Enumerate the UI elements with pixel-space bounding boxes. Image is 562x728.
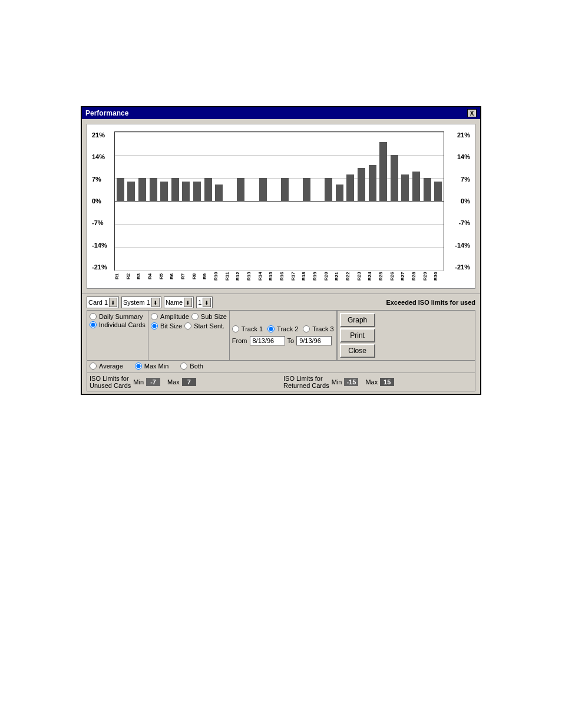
max-min-label: Max Min [144, 363, 169, 370]
sub-size-label: Sub Size [201, 313, 227, 320]
x-label-16: R17 [290, 271, 302, 282]
track2-radio[interactable] [267, 325, 275, 332]
system-select[interactable]: System 1 ⬇ [121, 297, 161, 308]
bar-8 [204, 178, 212, 201]
x-label-18: R19 [312, 271, 323, 282]
x-label-11: R12 [235, 271, 246, 282]
bar-24 [379, 142, 387, 201]
bar-28 [424, 178, 431, 201]
print-button[interactable]: Print [340, 328, 375, 342]
y-label-left-3: 0% [92, 197, 113, 205]
x-label-20: R21 [334, 271, 345, 282]
grid-line--7 [115, 224, 444, 225]
graph-button[interactable]: Graph [340, 313, 375, 327]
track2-option: Track 2 [267, 325, 298, 332]
name-select[interactable]: Name ⬇ [164, 297, 194, 308]
x-label-15: R16 [279, 271, 290, 282]
iso-unused-group: ISO Limits forUnused Cards Min -7 Max 7 [90, 375, 279, 389]
daily-summary-label: Daily Summary [99, 313, 143, 320]
bar-20 [336, 185, 343, 201]
x-label-19: R20 [323, 271, 335, 282]
chart-plot [114, 131, 444, 271]
bar-7 [193, 182, 201, 201]
track2-label: Track 2 [277, 325, 298, 332]
to-date-input[interactable] [296, 336, 332, 345]
x-label-24: R25 [378, 271, 389, 282]
tracks-group: Track 1 Track 2 Track 3 From To [230, 311, 337, 360]
card-select[interactable]: Card 1 ⬇ [87, 297, 119, 308]
iso-unused-max-label: Max [167, 378, 180, 386]
measure-radio-group: Amplitude Sub Size Bit Size Start Sent. [148, 311, 230, 360]
max-min-radio[interactable] [135, 363, 142, 370]
amplitude-radio[interactable] [151, 313, 158, 320]
y-label-right-2: 7% [447, 176, 470, 183]
chart-inner: 21% 14% 7% 0% -7% -14% -21% 21% 14% 7% 0… [92, 129, 470, 284]
daily-summary-row: Daily Summary [90, 313, 146, 320]
average-radio[interactable] [90, 363, 97, 370]
start-sent-radio[interactable] [184, 322, 191, 330]
close-title-btn[interactable]: X [467, 109, 477, 117]
both-option: Both [180, 363, 203, 370]
bar-1 [127, 182, 135, 201]
bar-11 [237, 178, 244, 201]
sub-size-radio[interactable] [191, 313, 199, 320]
track3-radio[interactable] [303, 325, 310, 332]
bar-21 [346, 174, 354, 201]
bar-27 [412, 172, 420, 201]
max-min-option: Max Min [135, 363, 169, 370]
x-label-5: R6 [169, 271, 180, 282]
exceeded-label: Exceeded ISO limits for used [386, 299, 475, 306]
x-label-4: R5 [158, 271, 170, 282]
side-buttons: Graph Print Close [337, 311, 378, 360]
x-label-7: R8 [191, 271, 203, 282]
x-label-9: R10 [213, 271, 224, 282]
from-label: From [232, 337, 247, 344]
title-bar: Performance X [82, 107, 480, 119]
x-label-1: R2 [125, 271, 137, 282]
page-select[interactable]: 1 ⬇ [196, 297, 213, 308]
iso-returned-min-val: -15 [344, 378, 358, 386]
individual-cards-radio[interactable] [90, 321, 97, 328]
bar-23 [369, 165, 376, 201]
bar-29 [434, 182, 442, 201]
x-label-10: R11 [224, 271, 236, 282]
card-dropdown-arrow[interactable]: ⬇ [109, 298, 117, 307]
system-value: System 1 [123, 299, 150, 306]
bar-4 [160, 182, 168, 201]
track3-label: Track 3 [312, 325, 333, 332]
bar-2 [138, 178, 146, 201]
amplitude-row: Amplitude Sub Size [151, 313, 227, 321]
from-date-input[interactable] [250, 336, 285, 345]
iso-limits-row: ISO Limits forUnused Cards Min -7 Max 7 … [87, 373, 475, 391]
bar-5 [171, 178, 179, 201]
y-label-left-2: 7% [92, 176, 113, 183]
performance-dialog: Performance X 21% 14% 7% 0% -7% -14% -21… [81, 106, 481, 395]
both-radio[interactable] [180, 363, 187, 370]
main-control-row: Daily Summary Individual Cards Amplitude [87, 310, 475, 361]
bar-17 [303, 178, 310, 201]
grid-line-0 [115, 201, 444, 202]
x-label-8: R9 [202, 271, 213, 282]
name-dropdown-arrow[interactable]: ⬇ [184, 298, 192, 307]
track1-radio[interactable] [232, 325, 239, 332]
page-dropdown-arrow[interactable]: ⬇ [203, 298, 211, 307]
x-label-14: R15 [268, 271, 279, 282]
bar-25 [391, 155, 398, 201]
daily-summary-radio[interactable] [90, 313, 97, 320]
bitsize-row: Bit Size Start Sent. [151, 322, 227, 331]
x-label-23: R24 [367, 271, 378, 282]
y-label-left-1: 14% [92, 153, 113, 160]
sub-size-option: Sub Size [191, 313, 227, 320]
y-label-right-4: -7% [447, 219, 470, 226]
y-label-right-3: 0% [447, 197, 470, 205]
close-button[interactable]: Close [340, 344, 375, 358]
individual-cards-label: Individual Cards [99, 321, 146, 328]
bit-size-label: Bit Size [160, 322, 182, 330]
bar-9 [215, 185, 223, 201]
controls-area: Card 1 ⬇ System 1 ⬇ Name ⬇ 1 ⬇ Exceeded … [82, 294, 480, 394]
x-label-22: R23 [356, 271, 368, 282]
track3-option: Track 3 [303, 325, 333, 332]
system-dropdown-arrow[interactable]: ⬇ [151, 298, 160, 307]
bit-size-radio[interactable] [151, 322, 158, 330]
x-label-3: R4 [147, 271, 158, 282]
